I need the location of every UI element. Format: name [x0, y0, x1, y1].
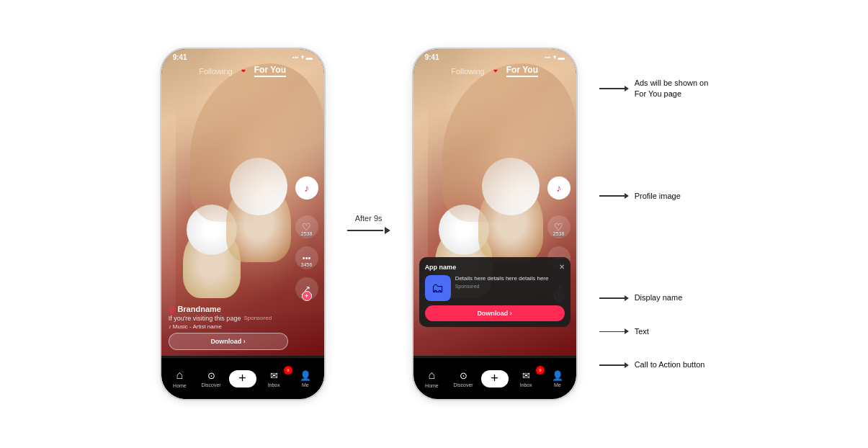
- profile-avatar-1[interactable]: ♪: [295, 176, 318, 200]
- annotations-panel: Ads will be shown on For You page Profil…: [599, 48, 709, 400]
- wifi-icon: ▾: [301, 54, 304, 61]
- annotation-text: Text: [599, 326, 709, 337]
- nav-discover-1[interactable]: ⊙ Discover: [195, 370, 227, 387]
- like-icon-2[interactable]: ♡: [547, 215, 571, 238]
- arrow-head: [385, 227, 390, 234]
- download-button-1[interactable]: Download ›: [169, 333, 288, 350]
- for-you-tab-2[interactable]: For You: [506, 65, 538, 77]
- like-icon-1[interactable]: ♡: [295, 215, 318, 238]
- annotation-cta-text: Call to Action button: [635, 359, 705, 370]
- annotation-profile-image: Profile image: [599, 191, 709, 202]
- nav-create-1[interactable]: +: [227, 370, 259, 387]
- annotation-for-you: Ads will be shown on For You page: [599, 78, 709, 100]
- home-icon-2: ⌂: [429, 369, 436, 382]
- signal-icon: ▪▪▪: [292, 54, 299, 61]
- ann-arrow-profile: [599, 193, 629, 199]
- me-icon-2: 👤: [552, 370, 563, 381]
- bottom-nav-2: ⌂ Home ⊙ Discover + ✉ 9 Inbox 👤 Me: [413, 357, 576, 399]
- status-time-1: 9:41: [173, 53, 187, 61]
- right-icons-1: ♪ + ♡ 2538 ••• 3456 ↗ 1256: [295, 176, 318, 298]
- music-line-1: ♪ Music - Artist name: [169, 323, 288, 330]
- create-button-2[interactable]: +: [481, 370, 509, 387]
- arrow-label: After 9s: [355, 214, 382, 223]
- ann-arrow-text: [599, 328, 629, 334]
- ad-popup: App name ✕ 🗂 Details here details here d…: [419, 257, 571, 327]
- nav-create-2[interactable]: +: [479, 370, 511, 387]
- nav-home-1[interactable]: ⌂ Home: [164, 369, 196, 388]
- annotation-display-name-text: Display name: [635, 292, 683, 303]
- ad-details: Details here details here details here: [455, 275, 565, 282]
- brand-dot: @: [169, 305, 176, 313]
- nav-inbox-1[interactable]: ✉ 9 Inbox: [258, 370, 290, 387]
- ann-arrow-cta: [599, 362, 629, 368]
- arrow-shaft: [347, 230, 383, 231]
- nav-inbox-2[interactable]: ✉ 9 Inbox: [510, 370, 542, 387]
- status-icons-1: ▪▪▪ ▾ ▬: [292, 54, 313, 61]
- tiktok-header-2: Following ❤ For You: [413, 65, 576, 77]
- status-icons-2: ▪▪▪ ▾ ▬: [545, 54, 565, 61]
- me-icon-1: 👤: [300, 370, 311, 381]
- spacer-2: [599, 218, 709, 276]
- comment-icon-1[interactable]: •••: [295, 246, 318, 269]
- brand-name-1: @ Brandname: [169, 305, 288, 313]
- profile-avatar-2[interactable]: ♪: [547, 176, 571, 200]
- bottom-nav-1: ⌂ Home ⊙ Discover + ✉ 9 Inbox 👤 Me: [161, 357, 324, 399]
- ad-icon: 🗂: [425, 275, 451, 301]
- ad-popup-header: App name ✕: [425, 263, 565, 271]
- nav-me-1[interactable]: 👤 Me: [290, 370, 321, 387]
- ad-app-name: App name: [425, 264, 457, 271]
- video-desc-1: If you're visiting this page Sponsored: [169, 315, 288, 322]
- nav-discover-2[interactable]: ⊙ Discover: [447, 370, 479, 387]
- status-time-2: 9:41: [425, 53, 439, 61]
- ad-sponsored: Sponsored: [455, 284, 565, 289]
- main-container: 9:41 ▪▪▪ ▾ ▬ Following ❤ For You ♪: [0, 0, 868, 448]
- annotation-profile-text: Profile image: [635, 191, 681, 202]
- discover-icon-1: ⊙: [207, 370, 215, 381]
- phone-2: 9:41 ▪▪▪ ▾ ▬ Following ❤ For You ♪: [412, 48, 578, 400]
- inbox-icon-2: ✉: [522, 370, 530, 381]
- video-info-1: @ Brandname If you're visiting this page…: [169, 305, 288, 330]
- status-bar-1: 9:41 ▪▪▪ ▾ ▬: [161, 49, 324, 63]
- nav-home-2[interactable]: ⌂ Home: [416, 369, 448, 388]
- home-icon-1: ⌂: [176, 369, 184, 382]
- arrow-graphic: [347, 227, 390, 234]
- annotation-display-name: Display name: [599, 292, 709, 303]
- annotation-for-you-text: Ads will be shown on For You page: [635, 78, 709, 100]
- inbox-icon-1: ✉: [270, 370, 278, 381]
- following-tab-1[interactable]: Following: [199, 67, 232, 76]
- create-button-1[interactable]: +: [229, 370, 256, 387]
- tiktok-header-1: Following ❤ For You: [161, 65, 324, 77]
- spacer-1: [599, 116, 709, 174]
- annotation-text-label: Text: [635, 326, 649, 337]
- following-tab-2[interactable]: Following: [451, 67, 484, 76]
- discover-icon-2: ⊙: [460, 370, 467, 381]
- nav-me-2[interactable]: 👤 Me: [542, 370, 573, 387]
- battery-icon: ▬: [306, 54, 313, 61]
- ann-arrow-for-you: [599, 86, 629, 91]
- signal-icon-2: ▪▪▪: [545, 54, 551, 61]
- annotation-cta: Call to Action button: [599, 359, 709, 370]
- status-bar-2: 9:41 ▪▪▪ ▾ ▬: [413, 49, 576, 63]
- ad-close-button[interactable]: ✕: [559, 263, 565, 271]
- share-icon-1[interactable]: ↗: [295, 277, 318, 300]
- inbox-badge-2: 9: [536, 366, 545, 375]
- phone-1: 9:41 ▪▪▪ ▾ ▬ Following ❤ For You ♪: [160, 48, 326, 400]
- for-you-tab-1[interactable]: For You: [254, 65, 286, 77]
- ad-content: 🗂 Details here details here details here…: [425, 275, 565, 301]
- inbox-badge-1: 9: [284, 366, 292, 375]
- ad-download-button[interactable]: Download ›: [425, 305, 565, 321]
- transition-arrow: After 9s: [347, 214, 390, 234]
- battery-icon-2: ▬: [558, 54, 565, 61]
- wifi-icon-2: ▾: [553, 54, 556, 61]
- ad-text-block: Details here details here details here S…: [455, 275, 565, 289]
- ann-arrow-display: [599, 295, 629, 301]
